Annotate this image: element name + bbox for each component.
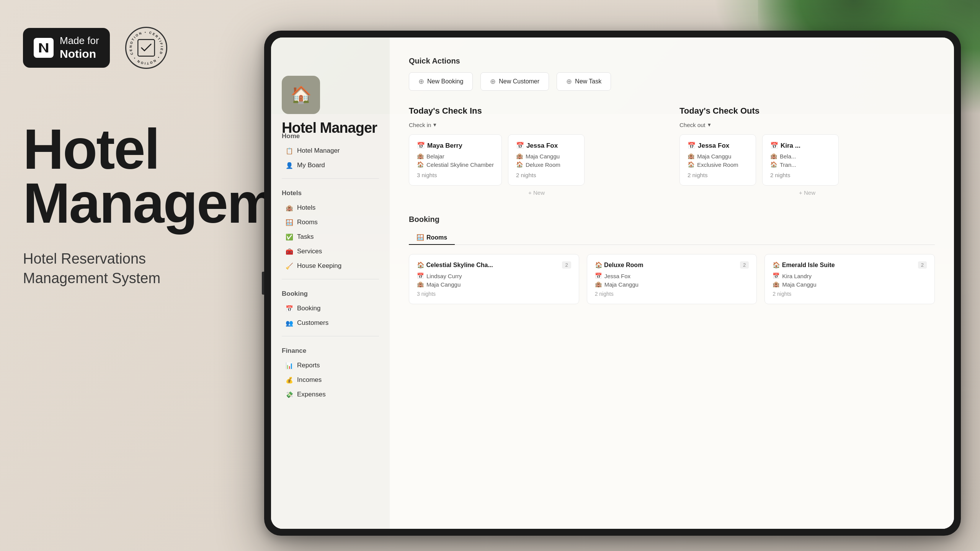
checkout-hotel-icon-0: 🏨 [688, 153, 695, 160]
checkout-new-btn[interactable]: + New [679, 186, 935, 200]
room-name-2: 🏠 Emerald Isle Suite 2 [773, 261, 927, 269]
card-guest-0: 📅 Maya Berry [417, 142, 494, 150]
sidebar-item-reports[interactable]: 📊 Reports [282, 359, 379, 372]
new-booking-button[interactable]: ⊕ New Booking [409, 72, 473, 91]
rooms-icon: 🪟 [286, 219, 293, 226]
room-card-1: 🏠 Deluxe Room 2 📅 Jessa Fox [587, 254, 757, 304]
sidebar-item-hotels[interactable]: 🏨 Hotels [282, 201, 379, 215]
checkout-room-icon-0: 🏠 [688, 161, 695, 168]
checkin-checkout-row: Today's Check Ins Check in ▾ 📅 [409, 106, 935, 200]
rooms-tab-icon: 🪟 [416, 234, 424, 241]
card-nights-1: 2 nights [516, 172, 577, 178]
hotel-room-icon-1: 🏨 [595, 281, 602, 288]
hotel-icon-1: 🏨 [516, 153, 523, 160]
booking-section: Booking 🪟 Rooms [409, 215, 935, 304]
reports-icon: 📊 [286, 362, 293, 369]
checkin-cards: 📅 Maya Berry 🏨 Belajar 🏠 [409, 134, 664, 186]
housekeeping-icon: 🧹 [286, 262, 293, 270]
app-background: 🏠 Hotel Manager Home 📋 Hotel Manager 👤 [271, 37, 954, 529]
checkout-calendar-icon-1: 📅 [770, 142, 778, 150]
new-customer-button[interactable]: ⊕ New Customer [480, 72, 549, 91]
room-name-0: 🏠 Celestial Skyline Cha... 2 [417, 261, 571, 269]
app-icon-area: 🏠 [282, 76, 320, 114]
left-panel: Made for Notion NOTION • CERTIFIED • NOT… [0, 0, 268, 551]
sidebar-section-hotels: Hotels [282, 189, 379, 197]
calendar-icon-0: 📅 [417, 142, 425, 150]
my-board-icon: 👤 [286, 162, 293, 169]
checkout-filter[interactable]: Check out ▾ [679, 121, 935, 128]
right-panel: 🏠 Hotel Manager Home 📋 Hotel Manager 👤 [245, 0, 980, 551]
card-hotel-1: 🏨 Maja Canggu [516, 153, 577, 160]
divider-1 [282, 178, 379, 179]
sidebar-item-services[interactable]: 🧰 Services [282, 245, 379, 258]
sidebar-item-expenses[interactable]: 💸 Expenses [282, 388, 379, 401]
tablet-screen: 🏠 Hotel Manager Home 📋 Hotel Manager 👤 [271, 37, 954, 529]
room-guest-0: 📅 Lindsay Curry [417, 272, 571, 279]
room-hotel-0: 🏨 Maja Canggu [417, 281, 571, 288]
notion-app: 🏠 Hotel Manager Home 📋 Hotel Manager 👤 [271, 37, 954, 529]
new-task-button[interactable]: ⊕ New Task [557, 72, 611, 91]
hotel-icon-0: 🏨 [417, 153, 424, 160]
rooms-grid: 🏠 Celestial Skyline Cha... 2 📅 Lindsay C… [409, 254, 935, 304]
room-nights-1: 2 nights [595, 291, 749, 297]
card-guest-1: 📅 Jessa Fox [516, 142, 577, 150]
main-title: Hotel Management [23, 122, 245, 230]
plus-icon-task: ⊕ [566, 77, 572, 86]
plus-icon-booking: ⊕ [418, 77, 424, 86]
room-card-2: 🏠 Emerald Isle Suite 2 📅 Kira Landry [764, 254, 935, 304]
main-content: Quick Actions ⊕ New Booking ⊕ New Custom… [390, 37, 954, 529]
room-hotel-2: 🏨 Maja Canggu [773, 281, 927, 288]
customers-icon: 👥 [286, 320, 293, 327]
checkout-card-1: 📅 Kira ... 🏨 Bela... 🏠 [762, 134, 839, 186]
svg-rect-2 [138, 39, 154, 56]
hotels-icon: 🏨 [286, 204, 293, 212]
calendar-icon-1: 📅 [516, 142, 524, 150]
services-icon: 🧰 [286, 248, 293, 255]
card-nights-0: 3 nights [417, 172, 494, 178]
checkout-card-0: 📅 Jessa Fox 🏨 Maja Canggu [679, 134, 756, 186]
sidebar-section-booking: Booking [282, 290, 379, 298]
room-nights-2: 2 nights [773, 291, 927, 297]
badge-row: Made for Notion NOTION • CERTIFIED • NOT… [23, 27, 245, 69]
room-badge-2: 2 [918, 261, 927, 269]
sidebar-item-my-board[interactable]: 👤 My Board [282, 158, 379, 172]
guest-icon-0: 📅 [417, 272, 424, 279]
sidebar-item-hotel-manager[interactable]: 📋 Hotel Manager [282, 144, 379, 158]
sidebar-item-incomes[interactable]: 💰 Incomes [282, 373, 379, 387]
notion-logo-box: Made for Notion [23, 28, 110, 67]
title-line2: Management [23, 176, 245, 230]
sidebar-item-tasks[interactable]: ✅ Tasks [282, 230, 379, 244]
checkout-nights-0: 2 nights [688, 172, 748, 178]
room-name-icon-1: 🏠 [595, 262, 603, 268]
card-room-0: 🏠 Celestial Skyline Chamber [417, 161, 494, 168]
hotel-manager-icon: 📋 [286, 147, 293, 155]
room-badge-1: 2 [740, 261, 749, 269]
checkout-hotel-icon-1: 🏨 [770, 153, 777, 160]
notion-icon [34, 38, 54, 58]
sidebar-item-housekeeping[interactable]: 🧹 House Keeping [282, 259, 379, 273]
guest-icon-2: 📅 [773, 272, 780, 279]
checkins-title: Today's Check Ins [409, 106, 664, 116]
notion-text: Made for Notion [60, 35, 99, 60]
app-icon: 🏠 [282, 76, 320, 114]
sidebar-item-booking[interactable]: 📅 Booking [282, 302, 379, 315]
divider-2 [282, 279, 379, 279]
title-line1: Hotel [23, 122, 245, 176]
checkout-calendar-icon-0: 📅 [688, 142, 696, 150]
booking-tabs: 🪟 Rooms [409, 231, 935, 245]
subtitle: Hotel Reservations Management System [23, 249, 245, 289]
sidebar-item-rooms[interactable]: 🪟 Rooms [282, 215, 379, 229]
room-badge-0: 2 [562, 261, 571, 269]
checkout-nights-1: 2 nights [770, 172, 831, 178]
tablet-mockup: 🏠 Hotel Manager Home 📋 Hotel Manager 👤 [264, 31, 961, 536]
checkout-hotel-1: 🏨 Bela... [770, 153, 831, 160]
sidebar-item-customers[interactable]: 👥 Customers [282, 316, 379, 330]
tab-rooms[interactable]: 🪟 Rooms [409, 231, 455, 245]
checkins-section: Today's Check Ins Check in ▾ 📅 [409, 106, 664, 200]
checkin-filter[interactable]: Check in ▾ [409, 121, 664, 128]
quick-actions-title: Quick Actions [409, 57, 935, 65]
guest-icon-1: 📅 [595, 272, 602, 279]
checkin-new-btn[interactable]: + New [409, 186, 664, 200]
quick-actions-row: ⊕ New Booking ⊕ New Customer ⊕ New Task [409, 72, 935, 91]
checkout-room-icon-1: 🏠 [770, 161, 777, 168]
